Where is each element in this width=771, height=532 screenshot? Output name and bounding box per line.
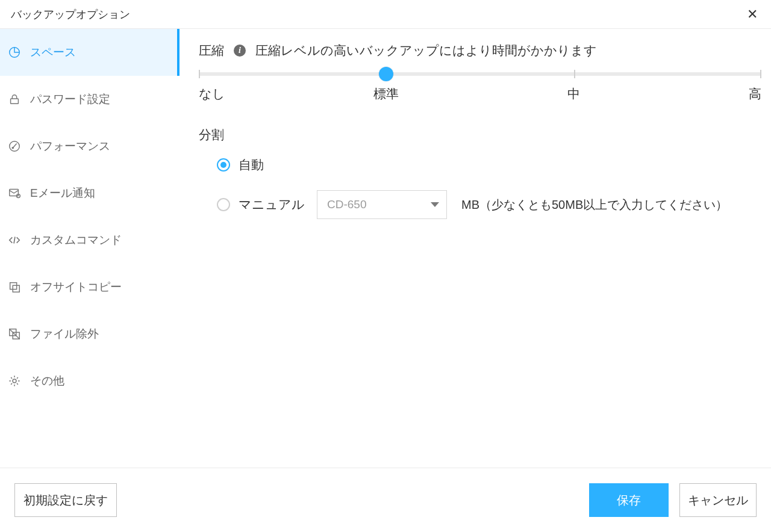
radio-manual-label: マニュアル — [239, 196, 305, 213]
gear-icon — [7, 374, 22, 388]
sidebar-item-custom-command[interactable]: カスタムコマンド — [0, 217, 179, 264]
svg-rect-1 — [11, 99, 19, 104]
sidebar: スペース パスワード設定 パフォーマンス Eメール通知 — [0, 29, 179, 468]
save-button[interactable]: 保存 — [589, 483, 669, 517]
svg-rect-6 — [10, 283, 17, 289]
sidebar-item-email[interactable]: Eメール通知 — [0, 170, 179, 217]
sidebar-item-file-exclude[interactable]: ファイル除外 — [0, 311, 179, 357]
slider-label-high: 高 — [749, 85, 761, 102]
pie-chart-icon — [7, 45, 22, 60]
split-size-select[interactable]: CD-650 — [317, 190, 447, 219]
code-icon — [7, 233, 22, 247]
radio-auto-label: 自動 — [239, 156, 264, 173]
chevron-down-icon — [431, 202, 439, 207]
mail-bell-icon — [7, 186, 22, 200]
sidebar-item-label: その他 — [30, 373, 64, 389]
dialog-title: バックアップオプション — [11, 7, 130, 22]
svg-line-10 — [10, 329, 20, 339]
sidebar-item-label: オフサイトコピー — [30, 279, 122, 295]
slider-label-medium: 中 — [567, 85, 580, 102]
radio-manual[interactable] — [217, 198, 230, 211]
split-title: 分割 — [199, 126, 763, 143]
cancel-button[interactable]: キャンセル — [679, 483, 757, 517]
gauge-icon — [7, 139, 22, 153]
slider-label-standard: 標準 — [373, 85, 399, 102]
reset-defaults-button[interactable]: 初期設定に戻す — [14, 483, 117, 517]
sidebar-item-performance[interactable]: パフォーマンス — [0, 123, 179, 170]
sidebar-item-label: パスワード設定 — [30, 91, 110, 107]
sidebar-item-password[interactable]: パスワード設定 — [0, 76, 179, 123]
sidebar-item-space[interactable]: スペース — [0, 29, 179, 76]
sidebar-item-label: Eメール通知 — [30, 185, 95, 201]
svg-point-11 — [13, 379, 16, 383]
compression-slider[interactable] — [199, 72, 761, 76]
exclude-icon — [7, 327, 22, 341]
slider-thumb[interactable] — [379, 67, 393, 81]
slider-label-none: なし — [199, 85, 225, 102]
svg-rect-7 — [13, 285, 19, 292]
radio-auto[interactable] — [217, 158, 230, 172]
compression-description: 圧縮レベルの高いバックアップにはより時間がかかります — [255, 42, 597, 59]
sidebar-item-label: カスタムコマンド — [30, 232, 122, 248]
info-icon: i — [234, 45, 246, 57]
sidebar-item-label: スペース — [30, 45, 76, 60]
select-value: CD-650 — [327, 198, 366, 211]
lock-icon — [7, 92, 22, 107]
sidebar-item-other[interactable]: その他 — [0, 357, 179, 404]
split-mb-note: MB（少なくとも50MB以上で入力してください） — [461, 197, 728, 213]
sidebar-item-offsite-copy[interactable]: オフサイトコピー — [0, 264, 179, 311]
sidebar-item-label: パフォーマンス — [30, 138, 110, 154]
compression-title: 圧縮 — [199, 42, 224, 59]
copy-icon — [7, 280, 22, 294]
close-icon[interactable]: ✕ — [744, 5, 760, 23]
sidebar-item-label: ファイル除外 — [30, 326, 99, 342]
